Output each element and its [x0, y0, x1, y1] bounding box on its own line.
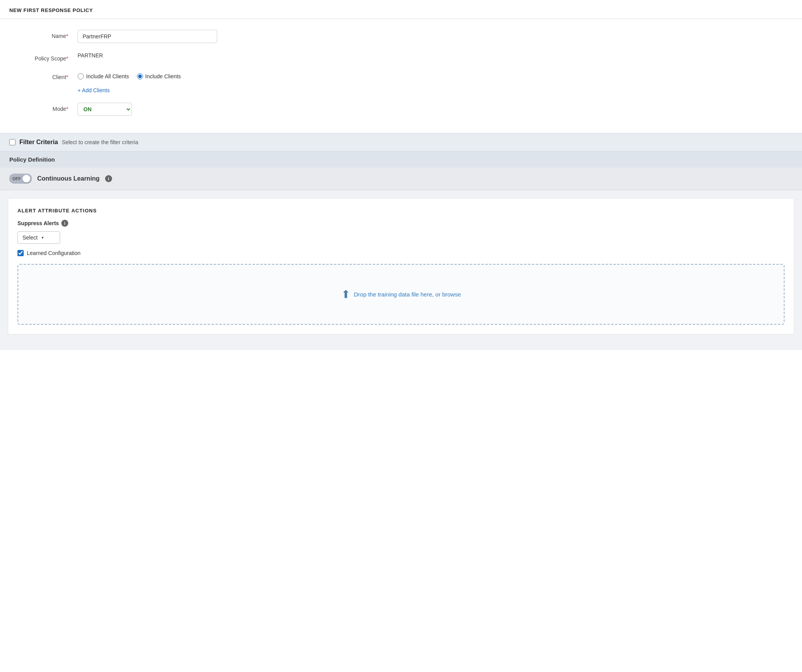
learned-config-row: Learned Configuration: [17, 250, 785, 256]
include-all-clients-option[interactable]: Include All Clients: [78, 73, 129, 79]
alert-actions-title: ALERT ATTRIBUTE ACTIONS: [17, 208, 785, 214]
name-label: Name*: [16, 30, 78, 39]
suppress-alerts-label-row: Suppress Alerts i: [17, 220, 785, 227]
client-label: Client*: [16, 71, 78, 80]
select-chevron-icon: ▾: [41, 235, 44, 240]
mode-row: Mode* ON OFF MONITOR: [0, 103, 349, 116]
page-title: NEW FIRST RESPONSE POLICY: [9, 7, 93, 13]
add-clients-link[interactable]: + Add Clients: [78, 86, 110, 93]
policy-definition-body: OFF Continuous Learning i ALERT ATTRIBUT…: [0, 167, 802, 350]
toggle-off-label: OFF: [12, 176, 21, 181]
name-input[interactable]: [78, 30, 217, 43]
filter-criteria-description: Select to create the filter criteria: [62, 139, 138, 145]
required-star2: *: [66, 55, 68, 62]
client-radio-group: Include All Clients Include Clients: [78, 71, 334, 79]
mode-label: Mode*: [16, 103, 78, 112]
continuous-learning-info-icon[interactable]: i: [105, 175, 112, 182]
toggle-knob: [22, 175, 30, 183]
filter-criteria-checkbox[interactable]: [9, 139, 16, 145]
drop-zone[interactable]: ⬆ Drop the training data file here, or b…: [17, 264, 785, 325]
policy-scope-label: Policy Scope*: [16, 52, 78, 62]
filter-criteria-bar: Filter Criteria Select to create the fil…: [0, 133, 802, 152]
continuous-learning-toggle[interactable]: OFF: [9, 174, 32, 184]
client-control: Include All Clients Include Clients + Ad…: [78, 71, 334, 93]
suppress-alerts-select[interactable]: Select ▾: [17, 231, 60, 244]
upload-icon: ⬆: [341, 288, 350, 301]
suppress-alerts-info-icon[interactable]: i: [61, 220, 68, 227]
include-clients-radio[interactable]: [137, 73, 143, 79]
continuous-learning-title: Continuous Learning: [37, 175, 100, 182]
page-header: NEW FIRST RESPONSE POLICY: [0, 0, 802, 19]
continuous-learning-bar: OFF Continuous Learning i: [0, 167, 802, 190]
policy-scope-row: Policy Scope* PARTNER: [0, 52, 349, 62]
include-clients-option[interactable]: Include Clients: [137, 73, 181, 79]
policy-definition-header: Policy Definition: [0, 152, 802, 167]
name-row: Name*: [0, 30, 349, 43]
drop-zone-content: ⬆ Drop the training data file here, or b…: [26, 288, 776, 301]
form-section: Name* Policy Scope* PARTNER Client* Incl…: [0, 19, 349, 133]
name-control: [78, 30, 334, 43]
required-star4: *: [66, 106, 68, 112]
required-star3: *: [66, 74, 68, 80]
spacer-bottom: [0, 334, 802, 350]
client-row: Client* Include All Clients Include Clie…: [0, 71, 349, 93]
mode-select[interactable]: ON OFF MONITOR: [78, 103, 132, 116]
policy-scope-value: PARTNER: [78, 49, 103, 59]
learned-config-label: Learned Configuration: [27, 250, 81, 256]
alert-actions-section: ALERT ATTRIBUTE ACTIONS Suppress Alerts …: [8, 198, 794, 334]
include-all-clients-radio[interactable]: [78, 73, 84, 79]
mode-control: ON OFF MONITOR: [78, 103, 334, 116]
filter-criteria-title: Filter Criteria: [19, 139, 58, 146]
policy-scope-control: PARTNER: [78, 52, 334, 59]
required-star: *: [66, 33, 68, 39]
learned-config-checkbox[interactable]: [17, 250, 24, 256]
drop-zone-text: Drop the training data file here, or bro…: [354, 291, 461, 298]
